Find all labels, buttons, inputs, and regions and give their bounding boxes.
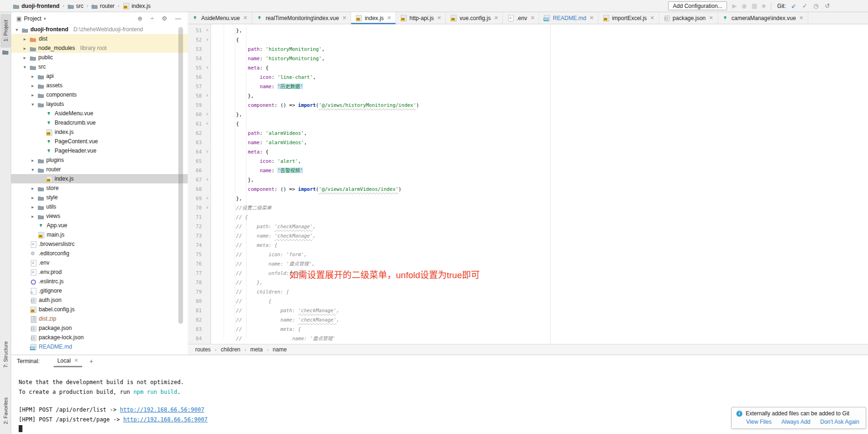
- tree-item-api[interactable]: ▸api: [11, 71, 188, 81]
- editor-tab-http-api.js[interactable]: http-api.js✕: [396, 12, 446, 24]
- run-icon[interactable]: ▶: [732, 3, 737, 9]
- tree-item-assets[interactable]: ▸assets: [11, 81, 188, 90]
- close-icon[interactable]: ✕: [799, 15, 804, 21]
- tree-item-.editorconfig[interactable]: .editorconfig: [11, 249, 188, 258]
- tree-item-layouts[interactable]: ▾layouts: [11, 99, 188, 109]
- tree-item-.gitignore[interactable]: .gitignore: [11, 286, 188, 295]
- new-terminal-button[interactable]: +: [90, 357, 93, 365]
- tree-item-.eslintrc.js[interactable]: .eslintrc.js: [11, 277, 188, 286]
- breadcrumb-item[interactable]: src: [68, 3, 84, 9]
- fold-marker[interactable]: ∨: [205, 35, 210, 44]
- update-project-icon[interactable]: ⇙: [791, 3, 796, 9]
- tree-item-duoji-frontend[interactable]: ▾duoji-frontendD:\zheheWeb\duoji-fronten…: [11, 25, 188, 34]
- fold-marker[interactable]: ∨: [205, 147, 210, 156]
- terminal-tab-local[interactable]: Local ✕: [54, 355, 82, 367]
- close-icon[interactable]: ✕: [387, 15, 391, 21]
- stripe-tab-project[interactable]: 1: Project: [0, 14, 11, 48]
- tree-item-utils[interactable]: ▸utils: [11, 202, 188, 211]
- tree-item-router[interactable]: ▾router: [11, 165, 188, 174]
- tree-item-components[interactable]: ▸components: [11, 90, 188, 99]
- breadcrumb-item[interactable]: index.js: [123, 3, 151, 9]
- editor-tab-README.md[interactable]: README.md✕: [539, 12, 599, 24]
- close-icon[interactable]: ✕: [709, 15, 713, 21]
- history-icon[interactable]: ◷: [813, 3, 819, 9]
- tree-item-dist.zip[interactable]: dist.zip: [11, 314, 188, 323]
- tree-item-babel.config.js[interactable]: babel.config.js: [11, 305, 188, 314]
- close-icon[interactable]: ✕: [530, 15, 535, 21]
- tree-item-.env[interactable]: .env: [11, 258, 188, 267]
- fold-marker[interactable]: ∨: [205, 119, 210, 128]
- editor-tab-.env[interactable]: .env✕: [503, 12, 539, 24]
- add-configuration-button[interactable]: Add Configuration...: [668, 1, 727, 10]
- close-icon[interactable]: ✕: [437, 15, 441, 21]
- tree-item-main.js[interactable]: main.js: [11, 230, 188, 239]
- editor-surface[interactable]: 如需设置展开的二级菜单，unfold设置为true即可 51∧ },52∨ {5…: [188, 24, 868, 344]
- notification-action-view-files[interactable]: View Files: [746, 419, 771, 425]
- tree-item-dist[interactable]: ▸dist: [11, 34, 188, 43]
- tree-item-package-lock.json[interactable]: package-lock.json: [11, 333, 188, 342]
- fold-marker[interactable]: ∧: [205, 91, 210, 100]
- tree-item-.env.prod[interactable]: .env.prod: [11, 267, 188, 277]
- close-icon[interactable]: ✕: [589, 15, 593, 21]
- tree-item-README.md[interactable]: README.md: [11, 342, 188, 351]
- tree-item-src[interactable]: ▾src: [11, 62, 188, 71]
- editor-tab-vue.config.js[interactable]: vue.config.js✕: [446, 12, 503, 24]
- terminal-cursor[interactable]: [19, 425, 22, 432]
- editor-tab-AsideMenu.vue[interactable]: AsideMenu.vue✕: [188, 12, 252, 24]
- gear-icon[interactable]: ⚙: [162, 15, 167, 22]
- editor-tab-importExcel.js[interactable]: importExcel.js✕: [599, 12, 659, 24]
- tree-item-App.vue[interactable]: App.vue: [11, 221, 188, 230]
- hide-panel-icon[interactable]: —: [175, 15, 181, 22]
- code-breadcrumb-routes[interactable]: routes: [195, 346, 211, 353]
- fold-marker[interactable]: ∧: [205, 26, 210, 35]
- commit-icon[interactable]: ✓: [802, 3, 807, 9]
- tree-item-package.json[interactable]: package.json: [11, 323, 188, 333]
- tree-item-AsideMenu.vue[interactable]: AsideMenu.vue: [11, 109, 188, 118]
- stripe-tab-favorites[interactable]: 2: Favorites: [0, 393, 11, 428]
- tree-item-plugins[interactable]: ▸plugins: [11, 155, 188, 165]
- tree-item-PageContent.vue[interactable]: PageContent.vue: [11, 137, 188, 146]
- fold-marker[interactable]: ∧: [205, 175, 210, 184]
- project-view-title[interactable]: Project: [24, 15, 41, 22]
- fold-marker[interactable]: ∧: [205, 110, 210, 119]
- editor-tab-package.json[interactable]: package.json✕: [659, 12, 718, 24]
- tree-item-.browserslistrc[interactable]: .browserslistrc: [11, 239, 188, 249]
- terminal-link[interactable]: http://192.168.66.56:9007: [123, 416, 208, 423]
- editor-tab-cameraManage\index.vue[interactable]: cameraManage\index.vue✕: [718, 12, 808, 24]
- stop-icon[interactable]: ■: [762, 3, 766, 9]
- close-icon[interactable]: ✕: [650, 15, 654, 21]
- tree-item-store[interactable]: ▸store: [11, 183, 188, 193]
- debug-icon[interactable]: ◉: [741, 3, 747, 9]
- tree-item-Breadcrumb.vue[interactable]: Breadcrumb.vue: [11, 118, 188, 127]
- editor-tab-index.js[interactable]: index.js✕: [351, 12, 396, 24]
- terminal-link[interactable]: http://192.168.66.56:9007: [120, 406, 205, 413]
- tree-scrollbar[interactable]: [178, 27, 183, 324]
- tree-item-node_modules[interactable]: ▸node_moduleslibrary root: [11, 43, 188, 53]
- tree-item-index.js[interactable]: index.js: [11, 174, 188, 183]
- tree-item-public[interactable]: ▸public: [11, 53, 188, 62]
- tree-item-index.js[interactable]: index.js: [11, 127, 188, 137]
- code-breadcrumb-meta[interactable]: meta: [250, 346, 263, 353]
- locate-file-icon[interactable]: ⊕: [137, 15, 142, 22]
- code-breadcrumb-children[interactable]: children: [221, 346, 240, 353]
- tree-item-auth.json[interactable]: auth.json: [11, 295, 188, 305]
- fold-marker[interactable]: ∨: [205, 203, 210, 212]
- tree-item-PageHeader.vue[interactable]: PageHeader.vue: [11, 146, 188, 155]
- fold-marker[interactable]: ∨: [205, 63, 210, 72]
- fold-marker[interactable]: ∧: [205, 194, 210, 203]
- close-icon[interactable]: ✕: [243, 15, 247, 21]
- rollback-icon[interactable]: ↺: [825, 3, 830, 9]
- close-icon[interactable]: ✕: [74, 357, 78, 364]
- breadcrumb-item[interactable]: duoji-frontend: [13, 3, 59, 9]
- stripe-tab-structure[interactable]: 7: Structure: [0, 336, 11, 373]
- coverage-icon[interactable]: ▦: [751, 3, 757, 9]
- tree-item-views[interactable]: ▸views: [11, 211, 188, 221]
- filter-icon[interactable]: ÷: [150, 15, 154, 22]
- close-icon[interactable]: ✕: [494, 15, 498, 21]
- editor-tab-realTimeMonitoring\index.vue[interactable]: realTimeMonitoring\index.vue✕: [252, 12, 351, 24]
- breadcrumb-item[interactable]: router: [92, 3, 114, 9]
- tree-item-style[interactable]: ▸style: [11, 193, 188, 202]
- notification-action-don-t-ask-again[interactable]: Don't Ask Again: [820, 419, 860, 425]
- code-breadcrumb-name[interactable]: name: [273, 346, 287, 353]
- notification-action-always-add[interactable]: Always Add: [781, 419, 810, 425]
